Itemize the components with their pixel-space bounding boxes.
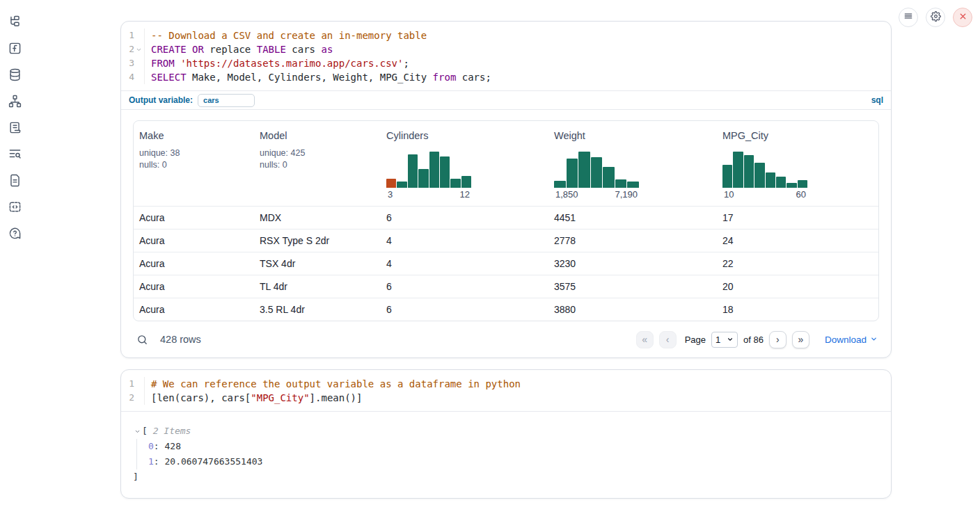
code-line[interactable]: 1-- Download a CSV and create an in-memo… — [121, 29, 891, 42]
sql-cell-output: Makeunique: 38nulls: 0Modelunique: 425nu… — [121, 109, 891, 357]
histogram-axis-labels: 312 — [386, 189, 471, 200]
histogram-bar — [787, 183, 796, 188]
file-tree-icon — [8, 15, 22, 31]
fold-spacer — [134, 59, 143, 67]
column-label: Cylinders — [386, 130, 543, 141]
hamburger-icon — [903, 11, 913, 24]
code-token: -- Download a CSV and create an in-memor… — [151, 30, 427, 41]
sql-code-editor[interactable]: 1-- Download a CSV and create an in-memo… — [121, 22, 891, 90]
scroll-icon — [8, 121, 22, 137]
sidebar-item-scratchpad[interactable] — [7, 42, 22, 57]
page-select[interactable]: 1 — [711, 332, 738, 348]
sidebar-item-logs[interactable] — [7, 121, 22, 136]
python-cell: 1# We can reference the output variable … — [120, 369, 892, 499]
column-stats: unique: 38nulls: 0 — [139, 147, 248, 170]
code-token: 0 — [148, 439, 154, 454]
line-gutter: 3 — [121, 56, 145, 70]
code-content: FROM 'https://datasets.marimo.app/cars.c… — [145, 56, 409, 70]
code-token: ].mean()] — [310, 392, 363, 403]
column-header[interactable]: MPG_City1060 — [717, 121, 878, 206]
sidebar-item-table-of-contents[interactable] — [7, 147, 22, 163]
column-header[interactable]: Cylinders312 — [381, 121, 548, 206]
row-count-label: 428 rows — [160, 334, 201, 345]
table-row[interactable]: AcuraTSX 4dr4323022 — [134, 252, 878, 275]
python-cell-output: [ 2 Items0: 4281: 20.060747663551403] — [121, 411, 891, 498]
chevron-down-icon[interactable] — [133, 428, 141, 435]
output-variable-row: Output variable: sql — [121, 90, 891, 109]
search-icon[interactable] — [134, 332, 150, 347]
pagination: « ‹ Page 1 of 86 › » Downl — [636, 331, 878, 348]
column-header[interactable]: Makeunique: 38nulls: 0 — [134, 121, 254, 206]
chevron-down-icon — [870, 335, 878, 345]
code-token: cars — [286, 44, 322, 55]
histogram-bar — [722, 165, 732, 188]
first-page-button[interactable]: « — [636, 331, 654, 348]
column-histogram[interactable]: 1060 — [722, 152, 807, 200]
table-cell: 4451 — [548, 212, 717, 223]
code-line[interactable]: 1# We can reference the output variable … — [121, 377, 891, 391]
table-cell: MDX — [254, 212, 381, 223]
code-token: 20.060747663551403 — [164, 454, 262, 469]
close-icon — [958, 11, 967, 24]
tree-item: 1: 20.060747663551403 — [148, 454, 891, 469]
table-body: AcuraMDX6445117AcuraRSX Type S 2dr427782… — [134, 206, 878, 321]
sidebar-item-help[interactable] — [7, 227, 22, 242]
table-row[interactable]: AcuraRSX Type S 2dr4277824 — [134, 229, 878, 252]
histogram-bar — [615, 179, 627, 188]
code-line[interactable]: 3FROM 'https://datasets.marimo.app/cars.… — [121, 56, 891, 70]
line-number: 1 — [123, 29, 134, 42]
code-token — [175, 58, 180, 69]
table-cell: Acura — [134, 235, 254, 246]
column-stat: nulls: 0 — [260, 159, 375, 171]
histogram-axis-labels: 1060 — [722, 189, 807, 200]
table-row[interactable]: Acura3.5 RL 4dr6388018 — [134, 298, 878, 321]
column-header[interactable]: Weight1,8507,190 — [548, 121, 717, 206]
python-code-editor[interactable]: 1# We can reference the output variable … — [121, 370, 891, 411]
code-token: "MPG_City" — [251, 392, 309, 403]
histogram-bar — [386, 179, 396, 188]
shutdown-button[interactable] — [953, 8, 972, 27]
sidebar-item-file-explorer[interactable] — [7, 15, 22, 31]
column-histogram[interactable]: 312 — [386, 152, 471, 200]
line-gutter: 1 — [121, 29, 145, 42]
sidebar-item-datasources[interactable] — [7, 68, 22, 83]
sidebar-item-documentation[interactable] — [7, 174, 22, 189]
menu-button[interactable] — [899, 8, 918, 27]
histogram-max-label: 12 — [460, 189, 470, 200]
output-variable-input[interactable] — [198, 94, 255, 107]
settings-button[interactable] — [926, 8, 945, 27]
download-button[interactable]: Download — [825, 335, 878, 345]
code-token: 1 — [148, 454, 154, 469]
column-header[interactable]: Modelunique: 425nulls: 0 — [254, 121, 381, 206]
code-token: : — [154, 454, 165, 469]
histogram-bar — [429, 152, 439, 188]
sidebar-item-snippets[interactable] — [7, 200, 22, 216]
fold-spacer — [134, 73, 143, 81]
code-token: 2 Items — [153, 424, 191, 439]
code-line[interactable]: 2[len(cars), cars["MPG_City"].mean()] — [121, 391, 891, 405]
sidebar-item-dependency-graph[interactable] — [7, 95, 22, 110]
data-table: Makeunique: 38nulls: 0Modelunique: 425nu… — [133, 120, 879, 321]
last-page-button[interactable]: » — [792, 331, 809, 348]
next-page-button[interactable]: › — [769, 331, 787, 348]
histogram-bar — [461, 176, 471, 188]
histogram-max-label: 7,190 — [615, 189, 638, 200]
table-header: Makeunique: 38nulls: 0Modelunique: 425nu… — [134, 121, 878, 206]
column-histogram[interactable]: 1,8507,190 — [554, 152, 639, 200]
column-label: Model — [260, 130, 375, 141]
code-line[interactable]: 4SELECT Make, Model, Cylinders, Weight, … — [121, 70, 891, 84]
table-cell: RSX Type S 2dr — [254, 235, 381, 246]
fold-spacer — [134, 380, 143, 388]
histogram-bar — [408, 154, 418, 188]
marimo-notebook-app: 1-- Download a CSV and create an in-memo… — [0, 0, 980, 507]
table-row[interactable]: AcuraTL 4dr6357520 — [134, 275, 878, 298]
code-line[interactable]: 2CREATE OR replace TABLE cars as — [121, 42, 891, 56]
fold-chevron-icon[interactable] — [134, 45, 143, 54]
table-cell: 6 — [381, 212, 548, 223]
histogram-bar — [744, 155, 754, 188]
histogram-bar — [567, 159, 578, 188]
table-footer: 428 rows « ‹ Page 1 of 86 › » — [133, 321, 879, 357]
tree-children: 0: 4281: 20.060747663551403 — [136, 439, 891, 469]
prev-page-button[interactable]: ‹ — [659, 331, 677, 348]
table-row[interactable]: AcuraMDX6445117 — [134, 206, 878, 229]
